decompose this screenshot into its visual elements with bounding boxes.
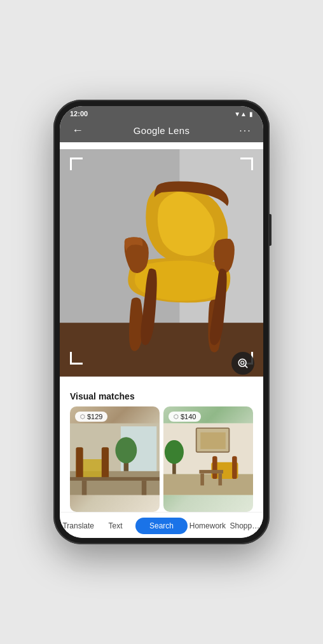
lens-icon — [237, 357, 249, 370]
top-bar: ← Google Lens ··· — [60, 120, 263, 142]
corner-tl — [70, 158, 83, 170]
tab-text[interactable]: Text — [97, 518, 134, 534]
status-bar: 12:00 ▼▲ ▮ — [60, 106, 263, 120]
lens-search-button[interactable] — [231, 352, 254, 375]
svg-rect-30 — [218, 474, 222, 486]
svg-rect-16 — [82, 481, 87, 495]
svg-rect-15 — [70, 477, 160, 481]
svg-rect-20 — [163, 474, 253, 495]
svg-point-11 — [115, 437, 137, 463]
match-1-image — [70, 406, 160, 512]
svg-point-6 — [241, 361, 244, 365]
match-2-image — [163, 406, 253, 512]
side-button — [269, 214, 271, 246]
status-icons: ▼▲ ▮ — [234, 111, 253, 117]
svg-rect-29 — [200, 474, 204, 486]
wifi-icon: ▼▲ — [234, 111, 247, 117]
tab-homework[interactable]: Homework — [189, 518, 226, 534]
svg-rect-28 — [199, 470, 223, 474]
svg-rect-24 — [212, 456, 217, 479]
battery-icon: ▮ — [249, 111, 253, 117]
tab-shopping[interactable]: Shopp… — [226, 518, 263, 534]
app-title: Google Lens — [134, 125, 189, 136]
tab-translate[interactable]: Translate — [60, 518, 97, 534]
corner-tr — [240, 158, 253, 170]
tab-search[interactable]: Search — [135, 518, 188, 534]
camera-image-area — [60, 142, 263, 384]
back-button[interactable]: ← — [69, 124, 86, 137]
results-title: Visual matches — [60, 384, 263, 406]
bottom-tabs: Translate Text Search Homework Shopp… — [60, 512, 263, 538]
price-2: $140 — [181, 413, 196, 420]
tag-icon-1: ⬡ — [80, 413, 85, 420]
svg-rect-22 — [200, 433, 225, 449]
price-1: $129 — [87, 413, 102, 420]
svg-rect-13 — [76, 447, 83, 480]
tag-icon-2: ⬡ — [174, 413, 179, 420]
phone-screen: 12:00 ▼▲ ▮ ← Google Lens ··· — [60, 106, 263, 538]
svg-point-27 — [165, 440, 184, 464]
price-badge-2: ⬡ $140 — [168, 412, 201, 422]
more-button[interactable]: ··· — [237, 125, 254, 137]
status-time: 12:00 — [70, 110, 88, 117]
swipe-indicator — [150, 377, 173, 379]
price-badge-1: ⬡ $129 — [75, 412, 107, 422]
match-card-1[interactable]: ⬡ $129 — [70, 406, 160, 512]
svg-rect-25 — [232, 456, 237, 479]
svg-rect-17 — [142, 481, 147, 495]
corner-bl — [70, 352, 83, 365]
match-card-2[interactable]: ⬡ $140 — [163, 406, 253, 512]
svg-rect-14 — [102, 447, 109, 480]
visual-matches-grid: ⬡ $129 — [60, 406, 263, 512]
phone-frame: 12:00 ▼▲ ▮ ← Google Lens ··· — [53, 100, 270, 544]
selection-overlay — [70, 158, 253, 365]
results-area: Visual matches — [60, 384, 263, 512]
